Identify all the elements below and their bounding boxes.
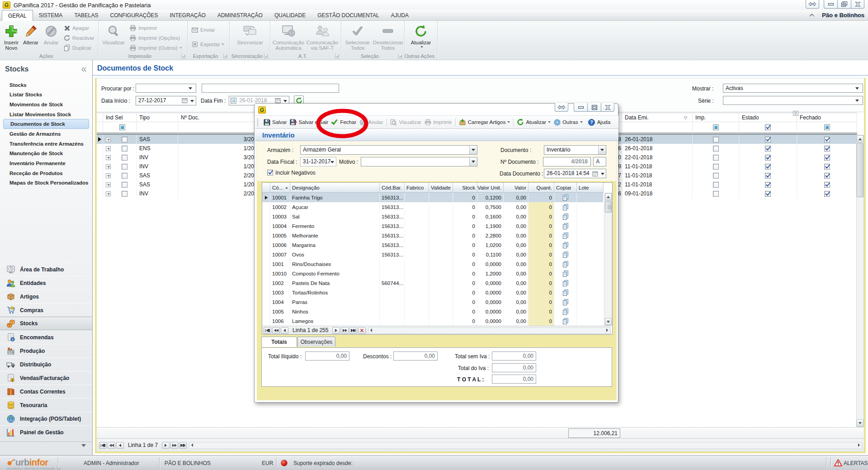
checkbox-checked[interactable] <box>765 155 771 161</box>
dg-column-codigo[interactable]: Có... <box>270 183 290 192</box>
copy-icon[interactable] <box>562 318 569 324</box>
checkbox-checked[interactable] <box>824 137 830 142</box>
impressao-dialog-launcher-icon[interactable] <box>181 54 186 58</box>
copy-icon[interactable] <box>562 290 569 296</box>
data-fim-checkbox[interactable] <box>231 98 236 104</box>
window-resize-button[interactable] <box>806 0 819 9</box>
serie-input[interactable]: A <box>593 157 606 166</box>
incluir-negativos-checkbox[interactable] <box>267 170 273 176</box>
expand-row-button[interactable] <box>106 155 111 160</box>
chevron-down-icon[interactable] <box>81 444 86 447</box>
article-row[interactable]: 10005Melhorante156313...02,28000,000 <box>262 231 604 240</box>
tab-integra-o[interactable]: INTEGRAÇÃO <box>164 10 212 21</box>
dg-column-stock[interactable]: Stock <box>453 183 477 192</box>
comunicacao-saft-button[interactable]: Comunicação via SAF-T <box>306 22 339 51</box>
copiar-cell[interactable] <box>554 221 577 231</box>
search-input[interactable] <box>202 84 339 93</box>
copiar-cell[interactable] <box>554 193 577 202</box>
module-tesouraria[interactable]: Tesouraria <box>0 398 92 412</box>
reactivar-button[interactable]: Reactivar <box>63 33 94 43</box>
calendar-icon[interactable] <box>592 171 598 176</box>
deselecionar-todos-button[interactable]: Deselecionar Todos <box>373 22 403 51</box>
dg-column-quant[interactable]: Quant. <box>528 183 554 192</box>
expand-row-button[interactable] <box>106 182 111 187</box>
checkbox-checked[interactable] <box>824 173 830 179</box>
tab-qualidade[interactable]: QUALIDADE <box>269 10 311 21</box>
checkbox-checked[interactable] <box>824 182 830 188</box>
module--rea-de-trabalho[interactable]: Área de Trabalho <box>0 262 92 276</box>
tab-totais[interactable]: Totais <box>261 337 297 347</box>
nav-first-button[interactable] <box>99 442 107 449</box>
filter-cell[interactable] <box>693 122 739 132</box>
dg-column-codbar[interactable]: Cód.Bar. <box>380 183 405 192</box>
atualizar-ribbon-button[interactable]: Atualizar <box>406 22 435 48</box>
column-header-fechado[interactable]: Fechado <box>797 113 857 122</box>
sincronizar-button[interactable]: Sincronizar <box>233 22 267 45</box>
checkbox-checked[interactable] <box>765 164 771 170</box>
tab-observacoes[interactable]: Observações <box>297 337 335 347</box>
sidebar-item-mapas-de-stock-personalizados[interactable]: Mapas de Stock Personalizados <box>0 178 92 188</box>
sidebar-item-manuten-o-de-stock[interactable]: Manutenção de Stock <box>0 149 92 159</box>
article-row[interactable]: 1005Ninhos00,00000,000 <box>262 307 604 316</box>
filter-cell[interactable] <box>797 122 857 132</box>
module-integra-o-pos-tablet-[interactable]: Integração (POS/Tablet) <box>0 412 92 425</box>
imprimir-outros-button[interactable]: Imprimir (Outros) <box>129 43 182 52</box>
atualizar-dialog-button[interactable]: Atualizar <box>515 117 552 127</box>
combo-dropdown-button[interactable] <box>598 146 606 154</box>
sidebar-item-stocks[interactable]: Stocks <box>0 80 92 90</box>
ajuda-button[interactable]: ? Ajuda <box>587 117 612 127</box>
mostrar-combo[interactable]: Activas <box>723 84 863 93</box>
salvar-button[interactable]: Salvar <box>262 117 288 127</box>
sidebar-item-documentos-de-stock[interactable]: Documentos de Stock <box>3 119 89 129</box>
expand-row-button[interactable] <box>106 173 111 178</box>
selecionar-todos-button[interactable]: Selecionar Todos <box>343 22 372 51</box>
fechar-button[interactable]: Fechar <box>330 117 358 127</box>
module-contas-correntes[interactable]: Contas Correntes <box>0 385 92 398</box>
salvar-e-sair-button[interactable]: Salvar e Sair <box>288 117 330 127</box>
article-row[interactable]: 10004Fermento156313...01,19000,000 <box>262 221 604 231</box>
tab-ajuda[interactable]: AJUDA <box>385 10 415 21</box>
checkbox-indeterminate[interactable] <box>713 124 719 130</box>
checkbox-unchecked[interactable] <box>713 137 719 142</box>
copiar-cell[interactable] <box>554 250 577 259</box>
column-header-estado[interactable]: Estado <box>739 113 797 122</box>
checkbox-unchecked[interactable] <box>713 146 719 152</box>
tab-tabelas[interactable]: TABELAS <box>68 10 104 21</box>
checkbox-checked[interactable] <box>824 191 830 197</box>
copiar-cell[interactable] <box>554 202 577 212</box>
copiar-cell[interactable] <box>554 307 577 316</box>
filter-cell[interactable] <box>739 122 797 132</box>
scroll-left-arrow-icon[interactable] <box>370 328 372 332</box>
serie-combo[interactable] <box>723 96 863 105</box>
dg-column-valor[interactable]: Valor <box>504 183 528 192</box>
filter-row-indicator[interactable] <box>97 122 103 132</box>
copy-icon[interactable] <box>562 299 569 305</box>
ndocumento-input[interactable]: 4/2018 <box>543 157 591 166</box>
scroll-thumb[interactable] <box>605 201 612 213</box>
nav-prev-button[interactable] <box>116 442 124 449</box>
dg-column-fabrico[interactable]: Fabrico <box>405 183 429 192</box>
nav-next-button[interactable] <box>162 442 170 449</box>
data-inicio-input[interactable]: 27-12-2017 <box>136 96 196 105</box>
copiar-cell[interactable] <box>554 297 577 307</box>
nav-next-button[interactable] <box>332 327 340 334</box>
imprimir-dialog-button[interactable]: Imprimir <box>423 117 453 127</box>
dialog-close-button[interactable] <box>601 103 614 112</box>
tab-gest-o-documental[interactable]: GESTÃO DOCUMENTAL <box>311 10 385 21</box>
expand-row-button[interactable] <box>106 164 111 169</box>
armazem-combo[interactable]: Armazém Geral <box>300 145 477 155</box>
scroll-down-button[interactable] <box>857 419 863 427</box>
column-header-ind-sel[interactable]: Ind Sel <box>103 113 137 122</box>
article-row[interactable]: 10002Açucar156313...00,75000,000 <box>262 202 604 212</box>
article-row[interactable]: 10010Composto Fermento01,20000,000 <box>262 269 604 278</box>
module-artigos[interactable]: Artigos <box>0 290 92 303</box>
sincronizacao-dialog-launcher-icon[interactable] <box>264 54 269 58</box>
scroll-down-button[interactable] <box>605 318 612 325</box>
grid-vertical-scrollbar[interactable] <box>856 135 864 427</box>
nav-prev-page-button[interactable] <box>108 442 115 449</box>
column-header-tipo[interactable]: Tipo <box>137 113 178 122</box>
scroll-up-button[interactable] <box>857 135 863 142</box>
article-row[interactable]: 1006Lamegos00,00000,000 <box>262 316 604 326</box>
filter-cell[interactable] <box>103 122 137 132</box>
copy-icon[interactable] <box>562 195 569 201</box>
